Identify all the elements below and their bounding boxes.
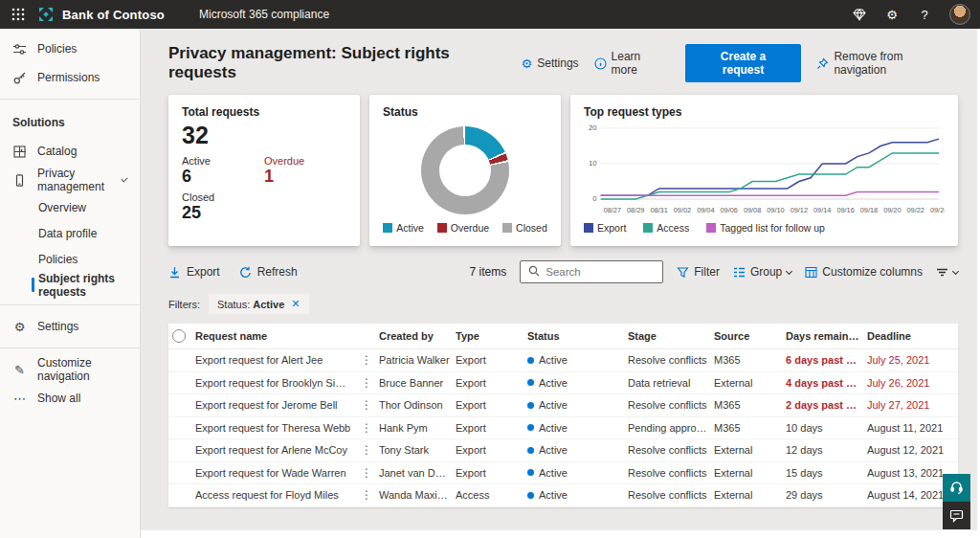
filters-label: Filters: — [168, 299, 200, 310]
premium-diamond-icon[interactable] — [852, 7, 867, 22]
deadline-cell: July 27, 2021 — [867, 399, 958, 411]
type-cell: Export — [456, 467, 527, 479]
filter-bar: Filters: Status: Active ✕ — [168, 293, 958, 315]
feedback-button[interactable] — [943, 502, 970, 529]
row-more-actions-icon[interactable]: ⋮ — [360, 376, 379, 390]
sidebar-item-show-all[interactable]: ⋯ Show all — [0, 384, 140, 413]
sidebar-item-settings[interactable]: ⚙ Settings — [0, 312, 140, 341]
stage-cell: Resolve conflicts — [628, 444, 714, 456]
view-options-button[interactable] — [936, 266, 958, 279]
column-header-type[interactable]: Type — [456, 330, 527, 342]
status-dot — [527, 357, 534, 364]
export-button[interactable]: Export — [168, 265, 220, 279]
remove-from-navigation-button[interactable]: Remove from navigation — [816, 50, 958, 77]
sidebar-item-subject-rights-requests[interactable]: Subject rights requests — [0, 272, 140, 298]
column-header-created-by[interactable]: Created by — [379, 330, 456, 342]
sidebar-item-customize-navigation[interactable]: ✎ Customize navigation — [0, 355, 140, 384]
sidebar-item-data-profile[interactable]: Data profile — [0, 220, 140, 246]
table-row[interactable]: Export request for Arlene McCoy⋮Tony Sta… — [168, 439, 958, 462]
request-name-cell[interactable]: Export request for Jerome Bell — [195, 399, 360, 411]
days-remaining-cell: 2 days past due — [786, 399, 867, 411]
learn-more-button[interactable]: Learn more — [594, 50, 670, 77]
filter-button[interactable]: Filter — [677, 265, 720, 279]
column-header-stage[interactable]: Stage — [628, 330, 714, 342]
headset-icon — [949, 481, 964, 495]
sidebar-item-policies[interactable]: Policies — [0, 34, 140, 63]
row-more-actions-icon[interactable]: ⋮ — [360, 421, 379, 435]
trend-line-chart[interactable]: 0102008/2708/2908/3109/0209/0409/0609/08… — [584, 121, 945, 220]
table-row[interactable]: Export request for Jerome Bell⋮Thor Odin… — [168, 394, 958, 417]
request-name-cell[interactable]: Export request for Alert Jee — [195, 354, 360, 366]
left-navigation: Policies Permissions Solutions Catalog — [0, 29, 141, 538]
stage-cell: Resolve conflicts — [628, 489, 714, 501]
created-by-cell: Thor Odinson — [379, 399, 456, 411]
request-name-cell[interactable]: Export request for Wade Warren — [195, 467, 360, 479]
svg-text:08/27: 08/27 — [604, 206, 621, 214]
column-header-deadline[interactable]: Deadline — [867, 330, 958, 342]
search-input[interactable] — [520, 260, 663, 283]
row-more-actions-icon[interactable]: ⋮ — [360, 466, 379, 480]
group-list-icon — [733, 266, 746, 279]
column-header-source[interactable]: Source — [714, 330, 786, 342]
refresh-button[interactable]: Refresh — [239, 265, 298, 279]
table-body: Export request for Alert Jee⋮Patricia Wa… — [168, 349, 958, 507]
refresh-icon — [239, 266, 252, 279]
status-dot — [527, 469, 534, 476]
table-row[interactable]: Export request for Wade Warren⋮Janet van… — [168, 462, 958, 485]
help-assistant-button[interactable] — [943, 474, 970, 502]
column-header-status[interactable]: Status — [527, 330, 628, 342]
row-more-actions-icon[interactable]: ⋮ — [360, 353, 379, 367]
table-row[interactable]: Access request for Floyd Miles⋮Wanda Max… — [168, 484, 958, 507]
request-name-cell[interactable]: Export request for Arlene McCoy — [195, 444, 360, 456]
table-row[interactable]: Export request for Theresa Webb⋮Hank Pym… — [168, 417, 958, 440]
request-name-cell[interactable]: Export request for Brooklyn Simmons — [195, 377, 360, 389]
user-avatar[interactable] — [949, 4, 970, 25]
pencil-icon: ✎ — [12, 363, 27, 377]
column-header-days-remaining[interactable]: Days remaining↓ — [786, 330, 867, 342]
group-button[interactable]: Group — [733, 265, 791, 279]
settings-button[interactable]: ⚙ Settings — [522, 56, 579, 71]
source-cell: External — [714, 377, 786, 389]
stage-cell: Data retrieval — [628, 377, 714, 389]
divider — [0, 347, 140, 348]
svg-text:09/06: 09/06 — [721, 206, 738, 214]
request-name-cell[interactable]: Access request for Floyd Miles — [195, 489, 360, 501]
column-header-request-name[interactable]: Request name — [195, 330, 360, 342]
chevron-down-icon[interactable] — [121, 175, 127, 182]
catalog-grid-icon — [12, 145, 27, 159]
create-request-button[interactable]: Create a request — [685, 44, 802, 82]
legend-swatch — [643, 223, 653, 233]
sidebar-item-label: Catalog — [37, 145, 77, 158]
card-title: Total requests — [182, 105, 346, 119]
svg-text:09/20: 09/20 — [883, 206, 901, 214]
table-row[interactable]: Export request for Brooklyn Simmons⋮Bruc… — [168, 372, 958, 395]
settings-gear-icon[interactable]: ⚙ — [884, 7, 900, 22]
remove-filter-icon[interactable]: ✕ — [291, 298, 300, 310]
status-filter-chip[interactable]: Status: Active ✕ — [208, 293, 310, 315]
app-launcher-icon[interactable] — [10, 6, 27, 23]
sidebar-item-catalog[interactable]: Catalog — [0, 137, 140, 166]
row-more-actions-icon[interactable]: ⋮ — [360, 443, 379, 457]
active-label: Active — [182, 155, 264, 167]
sidebar-item-pm-policies[interactable]: Policies — [0, 246, 140, 272]
sidebar-item-permissions[interactable]: Permissions — [0, 63, 140, 92]
status-cell: Active — [527, 467, 628, 479]
row-more-actions-icon[interactable]: ⋮ — [360, 488, 379, 502]
customize-columns-button[interactable]: Customize columns — [805, 265, 923, 279]
request-name-cell[interactable]: Export request for Theresa Webb — [195, 422, 360, 434]
source-cell: M365 — [714, 422, 786, 434]
sidebar-item-label: Policies — [37, 42, 77, 56]
search-icon — [528, 265, 540, 280]
table-row[interactable]: Export request for Alert Jee⋮Patricia Wa… — [168, 349, 958, 372]
deadline-cell: July 25, 2021 — [867, 354, 958, 366]
select-all-checkbox[interactable] — [172, 329, 186, 343]
legend-swatch — [437, 223, 447, 233]
contoso-logo-icon — [38, 7, 55, 23]
status-donut-chart[interactable] — [421, 126, 509, 214]
sidebar-item-overview[interactable]: Overview — [0, 194, 140, 220]
help-icon[interactable]: ? — [917, 7, 932, 22]
status-dot — [527, 402, 534, 409]
row-more-actions-icon[interactable]: ⋮ — [360, 398, 379, 412]
key-icon — [12, 71, 27, 85]
sidebar-item-privacy-management[interactable]: Privacy management — [0, 166, 140, 194]
